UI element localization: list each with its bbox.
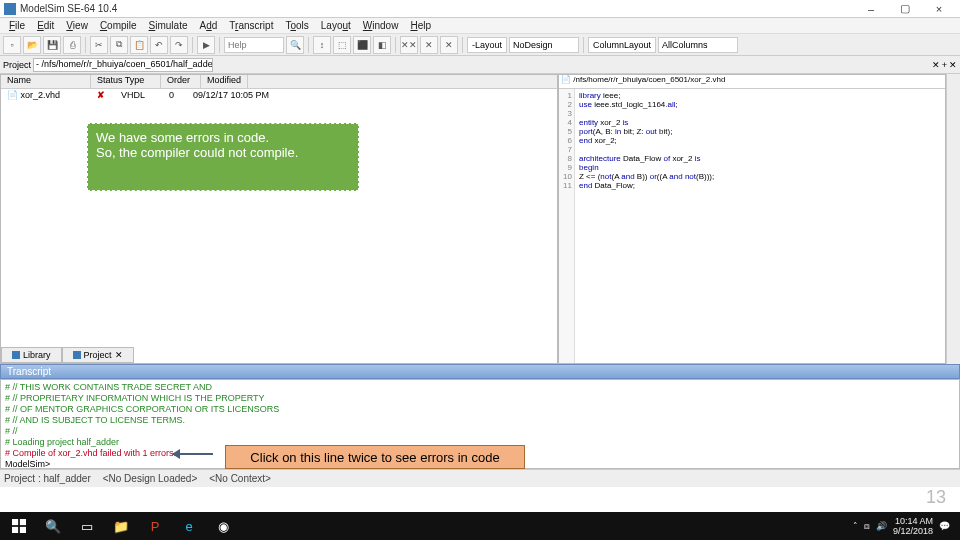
- tool-b-icon[interactable]: ⬚: [333, 36, 351, 54]
- svg-rect-3: [20, 527, 26, 533]
- editor-scrollbar[interactable]: [946, 74, 960, 364]
- tab-library[interactable]: Library: [1, 347, 62, 363]
- project-icon: [73, 351, 81, 359]
- app-icon: [4, 3, 16, 15]
- status-error-icon: ✘: [97, 90, 113, 100]
- ie-icon[interactable]: e: [174, 515, 204, 537]
- svg-rect-1: [20, 519, 26, 525]
- columnlayout-label: ColumnLayout: [588, 37, 656, 53]
- notifications-icon[interactable]: 💬: [939, 521, 950, 531]
- project-path-bar: Project - /nfs/home/r/r_bhuiya/coen_6501…: [0, 56, 960, 74]
- chrome-icon[interactable]: ◉: [208, 515, 238, 537]
- save-icon[interactable]: 💾: [43, 36, 61, 54]
- menu-view[interactable]: View: [61, 20, 93, 31]
- tray-up-icon[interactable]: ˄: [853, 521, 858, 531]
- arrow-icon: [173, 453, 213, 455]
- project-header: Name Status Type Order Modified: [1, 75, 557, 89]
- statusbar: Project : half_adder <No Design Loaded> …: [0, 469, 960, 487]
- col-status[interactable]: Status Type: [91, 75, 161, 88]
- editor-file-path: 📄 /nfs/home/r/r_bhuiya/coen_6501/xor_2.v…: [559, 75, 945, 89]
- layout-label: -Layout: [467, 37, 507, 53]
- window-title: ModelSim SE-64 10.4: [20, 3, 854, 14]
- clock[interactable]: 10:14 AM 9/12/2018: [893, 516, 933, 536]
- file-type: VHDL: [121, 90, 161, 100]
- svg-rect-2: [12, 527, 18, 533]
- col-order[interactable]: Order: [161, 75, 201, 88]
- source-code[interactable]: library ieee; use ieee.std_logic_1164.al…: [575, 89, 718, 363]
- project-path: - /nfs/home/r/r_bhuiya/coen_6501/half_ad…: [33, 58, 213, 72]
- menu-help[interactable]: Help: [405, 20, 436, 31]
- network-icon[interactable]: ⧈: [864, 521, 870, 532]
- col-modified[interactable]: Modified: [201, 75, 248, 88]
- file-modified: 09/12/17 10:05 PM: [193, 90, 269, 100]
- menu-layout[interactable]: Layout: [316, 20, 356, 31]
- col-name[interactable]: Name: [1, 75, 91, 88]
- menu-compile[interactable]: Compile: [95, 20, 142, 31]
- compile-icon[interactable]: ▶: [197, 36, 215, 54]
- redo-icon[interactable]: ↷: [170, 36, 188, 54]
- x-icon[interactable]: ✕: [420, 36, 438, 54]
- xx2-icon[interactable]: ✕: [440, 36, 458, 54]
- file-order: 0: [169, 90, 185, 100]
- project-label: Project: [3, 60, 31, 70]
- tool-a-icon[interactable]: ↕: [313, 36, 331, 54]
- minimize-button[interactable]: –: [854, 0, 888, 18]
- search-icon[interactable]: 🔍: [38, 515, 68, 537]
- layout-dropdown[interactable]: [509, 37, 579, 53]
- workspace: Name Status Type Order Modified 📄 xor_2.…: [0, 74, 960, 364]
- start-button[interactable]: [4, 515, 34, 537]
- copy-icon[interactable]: ⧉: [110, 36, 128, 54]
- folder-icon[interactable]: 📁: [106, 515, 136, 537]
- code-area[interactable]: 1234567891011 library ieee; use ieee.std…: [559, 89, 945, 363]
- menu-transcript[interactable]: Transcript: [224, 20, 278, 31]
- tool-c-icon[interactable]: ⬛: [353, 36, 371, 54]
- help-field[interactable]: [224, 37, 284, 53]
- callout-click-line: Click on this line twice to see errors i…: [225, 445, 525, 469]
- library-icon: [12, 351, 20, 359]
- taskview-icon[interactable]: ▭: [72, 515, 102, 537]
- status-project: Project : half_adder: [4, 473, 91, 484]
- status-context: <No Context>: [209, 473, 271, 484]
- menu-window[interactable]: Window: [358, 20, 404, 31]
- tool-d-icon[interactable]: ◧: [373, 36, 391, 54]
- menu-edit[interactable]: Edit: [32, 20, 59, 31]
- undo-icon[interactable]: ↶: [150, 36, 168, 54]
- volume-icon[interactable]: 🔊: [876, 521, 887, 531]
- open-icon[interactable]: 📂: [23, 36, 41, 54]
- powerpoint-icon[interactable]: P: [140, 515, 170, 537]
- project-tabs: Library Project✕: [1, 347, 134, 363]
- new-icon[interactable]: ▫: [3, 36, 21, 54]
- project-panel: Name Status Type Order Modified 📄 xor_2.…: [0, 74, 558, 364]
- menu-file[interactable]: File: [4, 20, 30, 31]
- status-loaded: <No Design Loaded>: [103, 473, 198, 484]
- xx-icon[interactable]: ✕✕: [400, 36, 418, 54]
- compile-error-line[interactable]: Compile of xor_2.vhd failed with 1 error…: [13, 448, 177, 458]
- system-tray: ˄ ⧈ 🔊 10:14 AM 9/12/2018 💬: [853, 516, 956, 536]
- paste-icon[interactable]: 📋: [130, 36, 148, 54]
- columnlayout-dropdown[interactable]: [658, 37, 738, 53]
- print-icon[interactable]: ⎙: [63, 36, 81, 54]
- menu-add[interactable]: Add: [195, 20, 223, 31]
- callout-errors: We have some errors in code. So, the com…: [87, 123, 359, 191]
- slide-number: 13: [926, 487, 946, 508]
- transcript-title[interactable]: Transcript: [0, 364, 960, 379]
- editor-panel: 📄 /nfs/home/r/r_bhuiya/coen_6501/xor_2.v…: [558, 74, 946, 364]
- line-gutter: 1234567891011: [559, 89, 575, 363]
- menu-tools[interactable]: Tools: [280, 20, 313, 31]
- file-name: xor_2.vhd: [21, 90, 61, 100]
- help-go-icon[interactable]: 🔍: [286, 36, 304, 54]
- taskbar: 🔍 ▭ 📁 P e ◉ ˄ ⧈ 🔊 10:14 AM 9/12/2018 💬: [0, 512, 960, 540]
- toolbar: ▫ 📂 💾 ⎙ ✂ ⧉ 📋 ↶ ↷ ▶ 🔍 ↕ ⬚ ⬛ ◧ ✕✕ ✕ ✕ -La…: [0, 34, 960, 56]
- close-button[interactable]: ×: [922, 0, 956, 18]
- project-file-row[interactable]: 📄 xor_2.vhd ✘ VHDL 0 09/12/17 10:05 PM: [1, 89, 557, 101]
- maximize-button[interactable]: ▢: [888, 0, 922, 18]
- tab-project[interactable]: Project✕: [62, 347, 134, 363]
- svg-rect-0: [12, 519, 18, 525]
- menu-simulate[interactable]: Simulate: [144, 20, 193, 31]
- menubar: File Edit View Compile Simulate Add Tran…: [0, 18, 960, 34]
- titlebar: ModelSim SE-64 10.4 – ▢ ×: [0, 0, 960, 18]
- cut-icon[interactable]: ✂: [90, 36, 108, 54]
